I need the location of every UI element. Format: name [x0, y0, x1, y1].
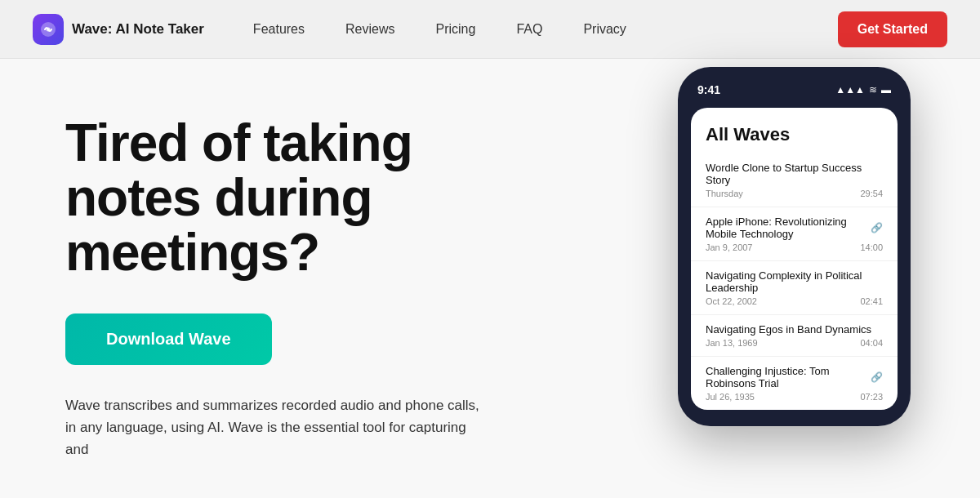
logo-area: Wave: AI Note Taker [33, 14, 204, 45]
item-date: Thursday [706, 189, 743, 198]
phone-mockup: 9:41 ▲▲▲ ≋ ▬ All Waves Wordle Clone to S… [678, 67, 911, 426]
phone-time: 9:41 [697, 83, 720, 96]
item-date: Jul 26, 1935 [706, 392, 755, 402]
item-date: Oct 22, 2002 [706, 296, 757, 306]
list-item: Navigating Complexity in Political Leade… [691, 261, 898, 315]
list-item: Navigating Egos in Band Dynamics Jan 13,… [691, 315, 898, 357]
navigation: Wave: AI Note Taker Features Reviews Pri… [0, 0, 980, 59]
item-meta-row: Jul 26, 1935 07:23 [706, 392, 883, 402]
phone-status-bar: 9:41 ▲▲▲ ≋ ▬ [691, 83, 898, 108]
nav-features[interactable]: Features [253, 22, 305, 37]
item-meta-row: Jan 13, 1969 04:04 [706, 338, 883, 348]
item-title: Wordle Clone to Startup Success Story [706, 162, 883, 186]
phone-screen-header: All Waves [691, 108, 898, 153]
item-meta-row: Oct 22, 2002 02:41 [706, 296, 883, 306]
nav-faq[interactable]: FAQ [516, 22, 542, 37]
phone-screen: All Waves Wordle Clone to Startup Succes… [691, 108, 898, 410]
item-duration: 14:00 [860, 242, 883, 252]
phone-mockup-container: 9:41 ▲▲▲ ≋ ▬ All Waves Wordle Clone to S… [678, 67, 931, 426]
nav-links: Features Reviews Pricing FAQ Privacy [253, 22, 838, 37]
item-title-row: Navigating Egos in Band Dynamics [706, 323, 883, 336]
hero-heading-line2: notes during [65, 168, 372, 227]
phone-list: Wordle Clone to Startup Success Story Th… [691, 153, 898, 410]
nav-pricing[interactable]: Pricing [435, 22, 475, 37]
hero-section: Tired of taking notes during meetings? D… [0, 59, 980, 498]
link-icon: 🔗 [871, 222, 883, 233]
item-date: Jan 13, 1969 [706, 338, 758, 348]
item-date: Jan 9, 2007 [706, 242, 753, 252]
item-title-row: Apple iPhone: Revolutionizing Mobile Tec… [706, 216, 883, 240]
hero-heading: Tired of taking notes during meetings? [65, 116, 539, 281]
hero-heading-line1: Tired of taking [65, 113, 412, 172]
item-meta-row: Thursday 29:54 [706, 189, 883, 198]
item-duration: 02:41 [860, 296, 883, 306]
nav-reviews[interactable]: Reviews [345, 22, 394, 37]
phone-screen-title: All Waves [706, 124, 883, 145]
link-icon: 🔗 [871, 371, 883, 383]
item-title-row: Challenging Injustice: Tom Robinsons Tri… [706, 365, 883, 389]
list-item: Apple iPhone: Revolutionizing Mobile Tec… [691, 207, 898, 261]
hero-heading-line3: meetings? [65, 223, 319, 282]
item-duration: 04:04 [860, 338, 883, 348]
item-title: Navigating Complexity in Political Leade… [706, 269, 883, 294]
battery-icon: ▬ [881, 84, 891, 96]
item-meta-row: Jan 9, 2007 14:00 [706, 242, 883, 252]
wifi-icon: ≋ [869, 84, 877, 96]
item-title-row: Navigating Complexity in Political Leade… [706, 269, 883, 294]
nav-privacy[interactable]: Privacy [583, 22, 626, 37]
signal-icon: ▲▲▲ [835, 84, 865, 96]
list-item: Challenging Injustice: Tom Robinsons Tri… [691, 357, 898, 410]
item-duration: 07:23 [860, 392, 883, 402]
phone-status-icons: ▲▲▲ ≋ ▬ [835, 84, 891, 96]
hero-description: Wave transcribes and summarizes recorded… [65, 394, 490, 461]
item-title: Navigating Egos in Band Dynamics [706, 323, 871, 336]
item-title: Apple iPhone: Revolutionizing Mobile Tec… [706, 216, 871, 240]
brand-name: Wave: AI Note Taker [72, 21, 204, 38]
item-title: Challenging Injustice: Tom Robinsons Tri… [706, 365, 871, 389]
get-started-button[interactable]: Get Started [838, 11, 947, 47]
list-item: Wordle Clone to Startup Success Story Th… [691, 153, 898, 207]
item-title-row: Wordle Clone to Startup Success Story [706, 162, 883, 186]
download-wave-button[interactable]: Download Wave [65, 313, 272, 365]
hero-content: Tired of taking notes during meetings? D… [65, 108, 539, 465]
svg-point-1 [47, 27, 51, 31]
logo-icon [33, 14, 64, 45]
item-duration: 29:54 [860, 189, 883, 198]
